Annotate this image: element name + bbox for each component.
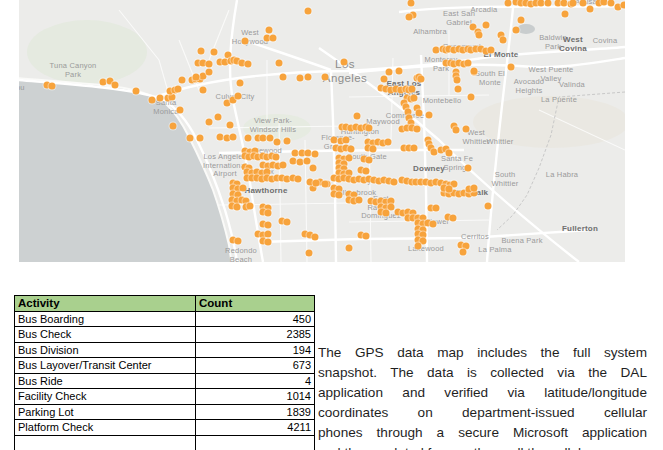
gps-point <box>383 210 390 217</box>
gps-point <box>346 155 353 162</box>
gps-point <box>454 77 461 84</box>
gps-point <box>366 157 373 164</box>
table-row: Facility Check1014 <box>15 389 315 405</box>
table-row: Bus Layover/Transit Center673 <box>15 358 315 374</box>
gps-point <box>206 61 213 68</box>
report-page: { "map": { "dot_color": "#F7A33C", "ocea… <box>0 0 663 450</box>
gps-point <box>476 32 483 39</box>
gps-point <box>306 250 313 257</box>
gps-point <box>149 97 156 104</box>
body-text-line: application and verified via latitude/lo… <box>318 383 647 403</box>
gps-point <box>488 47 495 54</box>
gps-point <box>276 60 283 67</box>
gps-point <box>500 37 507 44</box>
activity-cell: Bus Division <box>15 342 196 358</box>
count-cell: 1839 <box>196 404 315 420</box>
gps-point <box>363 233 370 240</box>
gps-point <box>157 95 164 102</box>
gps-point <box>580 0 587 7</box>
gps-point <box>411 145 418 152</box>
gps-point <box>370 146 377 153</box>
gps-point <box>237 80 244 87</box>
gps-point <box>562 11 569 18</box>
gps-point <box>310 165 317 172</box>
gps-point <box>411 95 418 102</box>
gps-point <box>455 86 462 93</box>
gps-point <box>273 154 280 161</box>
gps-point <box>391 179 398 186</box>
gps-point <box>463 126 470 133</box>
gps-point <box>234 204 241 211</box>
table-body: Bus Boarding450Bus Check2385Bus Division… <box>15 311 315 450</box>
gps-point <box>217 134 224 141</box>
gps-point <box>538 0 545 7</box>
gps-point <box>348 146 355 153</box>
activity-cell: Bus Check <box>15 327 196 343</box>
gps-point <box>280 74 287 81</box>
gps-point <box>313 180 320 187</box>
gps-point <box>265 222 272 229</box>
table-row: Parking Lot1839 <box>15 404 315 420</box>
gps-point <box>415 243 422 250</box>
gps-point <box>206 119 213 126</box>
gps-point <box>305 74 312 81</box>
table-row: Bus Boarding450 <box>15 311 315 327</box>
gps-point <box>297 75 304 82</box>
gps-point <box>381 76 388 83</box>
gps-point <box>483 22 490 29</box>
count-cell: 1014 <box>196 389 315 405</box>
gps-point <box>446 186 453 193</box>
gps-point <box>112 82 119 89</box>
count-cell <box>196 435 315 450</box>
gps-point <box>471 185 478 192</box>
gps-point <box>468 94 475 101</box>
gps-point <box>200 87 207 94</box>
gps-point <box>179 77 186 84</box>
gps-point <box>416 110 423 117</box>
gps-point <box>265 210 272 217</box>
gps-point <box>508 64 515 71</box>
activity-cell: Platform Check <box>15 420 196 436</box>
gps-point <box>265 231 272 238</box>
gps-point <box>336 192 343 199</box>
header-count: Count <box>196 296 315 312</box>
gps-point <box>386 69 393 76</box>
gps-point <box>274 139 281 146</box>
gps-point <box>322 181 329 188</box>
gps-point <box>290 158 297 165</box>
gps-point <box>341 59 348 66</box>
activity-cell: Bus Ride <box>15 373 196 389</box>
body-text-line: snapshot. The data is collected via the … <box>318 363 647 383</box>
gps-data-map: MalibuTuna Canyon ParkWest HollywoodSant… <box>19 0 625 262</box>
gps-point <box>453 127 460 134</box>
body-text-line: phones through a secure Microsoft applic… <box>318 423 647 443</box>
gps-point <box>242 38 249 45</box>
gps-point <box>270 35 277 42</box>
body-text-line: The GPS data map includes the full syste… <box>318 343 647 363</box>
gps-point <box>177 107 184 114</box>
gps-point <box>385 139 392 146</box>
gps-point <box>433 205 440 212</box>
gps-point <box>363 168 370 175</box>
activity-count-table: Activity Count Bus Boarding450Bus Check2… <box>14 295 315 450</box>
activity-cell: Bus Layover/Transit Center <box>15 358 196 374</box>
count-cell: 673 <box>196 358 315 374</box>
gps-point <box>426 112 433 119</box>
gps-point <box>247 203 254 210</box>
gps-point <box>343 137 350 144</box>
gps-point <box>211 49 218 56</box>
gps-point <box>418 76 425 83</box>
table-row: Platform Check4211 <box>15 420 315 436</box>
gps-point <box>280 162 287 169</box>
gps-point <box>356 197 363 204</box>
gps-point <box>267 135 274 142</box>
gps-point <box>450 215 457 222</box>
header-activity: Activity <box>15 296 196 312</box>
body-text-line: coordinates on department-issued cellula… <box>318 403 647 423</box>
gps-point <box>366 125 373 132</box>
gps-point <box>133 88 140 95</box>
activity-cell <box>15 435 196 450</box>
count-cell: 194 <box>196 342 315 358</box>
gps-point <box>446 150 453 157</box>
activity-cell: Facility Check <box>15 389 196 405</box>
